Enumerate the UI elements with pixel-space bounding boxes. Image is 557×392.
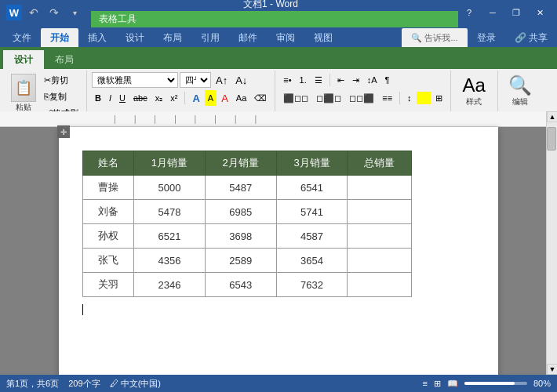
table-tab-design[interactable]: 设计	[3, 50, 44, 69]
tab-design[interactable]: 设计	[116, 28, 154, 47]
view-normal[interactable]: ≡	[423, 379, 428, 388]
increase-font-button[interactable]: A↑	[213, 72, 231, 88]
status-right: ≡ ⊞ 📖 80%	[423, 379, 551, 389]
decrease-font-button[interactable]: A↓	[232, 72, 250, 88]
underline-button[interactable]: U	[116, 90, 129, 106]
tab-insert[interactable]: 插入	[78, 28, 116, 47]
editing-label: 编辑	[512, 96, 528, 107]
view-read[interactable]: 📖	[447, 379, 458, 389]
zoom-level[interactable]: 80%	[533, 379, 551, 388]
help-button[interactable]: ?	[458, 5, 480, 20]
cell-r1-c4[interactable]	[348, 200, 412, 224]
cell-r3-c0[interactable]: 张飞	[83, 249, 134, 273]
align-left-button[interactable]: ⬛◻◻	[280, 90, 311, 106]
tab-references[interactable]: 引用	[191, 28, 229, 47]
word-count: 209个字	[68, 378, 100, 390]
decrease-indent-button[interactable]: ⇤	[334, 72, 348, 88]
cell-r2-c2[interactable]: 3698	[205, 224, 276, 249]
tab-home[interactable]: 开始	[41, 28, 78, 47]
border-button[interactable]: ⊞	[432, 90, 446, 106]
cell-r0-c4[interactable]	[348, 176, 412, 200]
italic-button[interactable]: I	[106, 90, 115, 106]
align-center-button[interactable]: ◻⬛◻	[313, 90, 344, 106]
scroll-thumb[interactable]	[547, 127, 556, 151]
font-color-button[interactable]: A	[218, 90, 231, 106]
bullets-button[interactable]: ≡•	[280, 72, 294, 88]
cell-r2-c3[interactable]: 4587	[276, 224, 348, 249]
share-button[interactable]: 🔗 共享	[505, 28, 557, 47]
view-web[interactable]: ⊞	[434, 379, 441, 389]
table-row: 孙权652136984587	[83, 224, 412, 249]
font-name-row: 微软雅黑 四号 A↑ A↓	[92, 72, 250, 88]
cell-r0-c3[interactable]: 6541	[276, 176, 348, 200]
cell-r1-c0[interactable]: 刘备	[83, 200, 134, 224]
vertical-scrollbar[interactable]: ▲ ▼	[546, 111, 557, 375]
subscript-button[interactable]: x₂	[152, 90, 166, 106]
customize-button[interactable]: ▾	[66, 4, 83, 21]
line-spacing-button[interactable]: ↕	[404, 90, 415, 106]
cell-r3-c2[interactable]: 2589	[205, 249, 276, 273]
table-move-handle[interactable]: ✛	[57, 125, 70, 138]
numbering-button[interactable]: 1.	[297, 72, 310, 88]
justify-button[interactable]: ≡≡	[379, 90, 395, 106]
cell-r2-c0[interactable]: 孙权	[83, 224, 134, 249]
sort-button[interactable]: ↕A	[364, 72, 380, 88]
cell-r4-c4[interactable]	[348, 273, 412, 297]
scroll-down-arrow[interactable]: ▼	[547, 364, 557, 375]
bold-button[interactable]: B	[92, 90, 104, 106]
table-tools-label: 表格工具	[91, 11, 458, 27]
cell-r0-c1[interactable]: 5000	[134, 176, 206, 200]
cell-r1-c1[interactable]: 5478	[134, 200, 206, 224]
tab-file[interactable]: 文件	[3, 28, 41, 47]
cell-r4-c3[interactable]: 7632	[276, 273, 348, 297]
table-tab-layout[interactable]: 布局	[44, 50, 85, 69]
tab-mailings[interactable]: 邮件	[229, 28, 267, 47]
font-size-select[interactable]: 四号	[180, 72, 211, 88]
superscript-button[interactable]: x²	[167, 90, 180, 106]
multilevel-button[interactable]: ☰	[311, 72, 326, 88]
tell-me-button[interactable]: 🔍 告诉我...	[402, 28, 467, 47]
font-size-num-button[interactable]: Aa	[233, 90, 249, 106]
cell-r4-c2[interactable]: 6543	[205, 273, 276, 297]
cell-r3-c3[interactable]: 3654	[276, 249, 348, 273]
close-button[interactable]: ✕	[529, 5, 551, 20]
clear-format-button[interactable]: ⌫	[251, 90, 270, 106]
highlight-button[interactable]: A	[205, 90, 217, 106]
redo-button[interactable]: ↷	[46, 4, 63, 21]
cell-r0-c2[interactable]: 5487	[205, 176, 276, 200]
cell-r4-c1[interactable]: 2346	[134, 273, 206, 297]
paste-button[interactable]: 📋 粘贴	[8, 72, 39, 114]
align-right-button[interactable]: ◻◻⬛	[346, 90, 377, 106]
cell-r4-c0[interactable]: 关羽	[83, 273, 134, 297]
document-area: │ │ │ │ │ │ │ │ ▲ ▼ ✛ 姓名 1月销量 2月销量 3月销量 …	[0, 111, 557, 375]
sign-in-button[interactable]: 登录	[468, 28, 505, 47]
zoom-slider[interactable]	[464, 382, 527, 385]
cell-r2-c1[interactable]: 6521	[134, 224, 206, 249]
editing-button[interactable]: 🔍 编辑	[503, 72, 537, 111]
cell-r1-c3[interactable]: 5741	[276, 200, 348, 224]
undo-button[interactable]: ↶	[25, 4, 42, 21]
strikethrough-button[interactable]: abc	[130, 90, 151, 106]
styles-label: 样式	[466, 96, 482, 107]
show-marks-button[interactable]: ¶	[382, 72, 393, 88]
cell-r2-c4[interactable]	[348, 224, 412, 249]
tab-review[interactable]: 审阅	[267, 28, 304, 47]
increase-indent-button[interactable]: ⇥	[349, 72, 362, 88]
cell-r3-c1[interactable]: 4356	[134, 249, 206, 273]
styles-button[interactable]: Aa 样式	[457, 72, 491, 111]
tab-view[interactable]: 视图	[304, 28, 342, 47]
minimize-button[interactable]: ─	[482, 5, 504, 20]
cut-button[interactable]: ✂ 剪切	[41, 72, 82, 88]
text-color-button[interactable]: A	[189, 90, 202, 106]
cell-r1-c2[interactable]: 6985	[205, 200, 276, 224]
copy-button[interactable]: ⎘ 复制	[41, 89, 82, 104]
tab-layout[interactable]: 布局	[154, 28, 191, 47]
cell-r0-c0[interactable]: 曹操	[83, 176, 134, 200]
window-controls: ? ─ ❐ ✕	[458, 5, 551, 20]
shading-button[interactable]	[417, 92, 431, 104]
font-name-select[interactable]: 微软雅黑	[92, 72, 178, 88]
cell-r3-c4[interactable]	[348, 249, 412, 273]
restore-button[interactable]: ❐	[505, 5, 527, 20]
header-total: 总销量	[348, 151, 412, 176]
scroll-up-arrow[interactable]: ▲	[547, 111, 557, 122]
